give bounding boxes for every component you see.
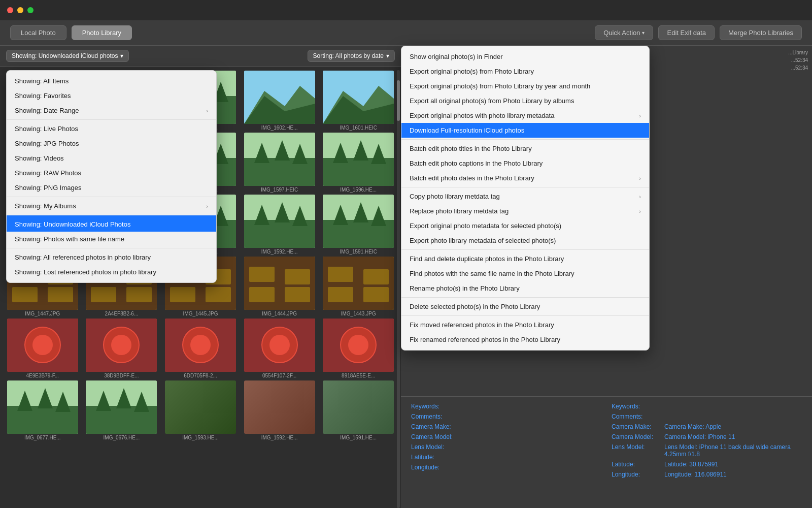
quick-action-item-label: Fix moved referenced photos in the Photo… xyxy=(410,321,554,329)
quick-action-item-label: Export original photo(s) from Photo Libr… xyxy=(410,82,590,90)
quick-action-item[interactable]: Delete selected photo(s) in the Photo Li… xyxy=(401,297,649,314)
meta-value: Camera Model: iPhone 11 xyxy=(664,433,735,440)
meta-left-column: Keywords:Comments:Camera Make:Camera Mod… xyxy=(411,403,601,502)
quick-action-item[interactable]: Rename photo(s) in the Photo Library xyxy=(401,281,649,296)
quick-action-item[interactable]: Export all original photo(s) from Photo … xyxy=(401,93,649,108)
quick-action-item[interactable]: Export original photo(s) from Photo Libr… xyxy=(401,79,649,93)
toolbar: Local Photo Photo Library Quick Action ▾… xyxy=(0,20,812,46)
photo-cell[interactable]: 0554F107-2F... xyxy=(241,319,318,378)
local-photo-tab[interactable]: Local Photo xyxy=(10,25,66,40)
dropdown-item[interactable]: Showing: Photos with same file name xyxy=(7,232,216,246)
photo-label: IMG_1592.HE... xyxy=(261,249,298,255)
meta-right-column: Keywords:Comments:Camera Make:Camera Mak… xyxy=(612,403,802,502)
quick-action-item[interactable]: Download Full-resolution iCloud photos xyxy=(401,123,649,138)
sorting-dropdown-trigger[interactable]: Sorting: All photos by date ▾ xyxy=(308,50,395,62)
merge-libraries-button[interactable]: Merge Photo Libraries xyxy=(720,25,802,40)
quick-action-item[interactable]: Batch edit photo titles in the Photo Lib… xyxy=(401,139,649,156)
photo-thumbnail xyxy=(323,257,394,310)
meta-label: Lens Model: xyxy=(411,443,462,451)
svg-rect-60 xyxy=(285,287,310,302)
chevron-right-icon: › xyxy=(639,113,641,119)
svg-rect-65 xyxy=(363,287,389,302)
photo-cell[interactable]: 6DD705F8-2... xyxy=(162,319,239,378)
meta-label: Longitude: xyxy=(411,464,462,471)
photo-label: 38D9BDFF-E... xyxy=(104,373,139,378)
dropdown-item[interactable]: Showing: My Albums› xyxy=(7,197,216,213)
quick-action-item[interactable]: Show original photo(s) in Finder xyxy=(401,49,649,64)
photo-cell[interactable]: IMG_1592.HE... xyxy=(241,195,318,255)
edit-exif-button[interactable]: Edit Exif data xyxy=(658,25,715,40)
dropdown-item[interactable]: Showing: Live Photos xyxy=(7,119,216,136)
quick-action-item[interactable]: Replace photo library metdata tag› xyxy=(401,204,649,218)
meta-label: Keywords: xyxy=(411,403,462,410)
photo-thumbnail xyxy=(165,380,236,434)
meta-label: Comments: xyxy=(411,413,462,420)
photo-label: IMG_1444.JPG xyxy=(262,311,297,316)
photo-cell[interactable]: IMG_1444.JPG xyxy=(241,257,318,316)
photo-cell[interactable]: IMG_0676.HE... xyxy=(83,380,160,440)
dropdown-item[interactable]: Showing: Favorites xyxy=(7,88,216,103)
photo-cell[interactable]: IMG_1592.HE... xyxy=(241,380,318,440)
meta-row: Latitude:Latitude: 30.875991 xyxy=(612,461,802,468)
dropdown-item[interactable]: Showing: All referenced photos in photo … xyxy=(7,248,216,265)
photo-cell[interactable]: IMG_1593.HE... xyxy=(162,380,239,440)
quick-action-item[interactable]: Find photos with the same file name in t… xyxy=(401,266,649,281)
photo-cell[interactable]: 4E9E3B79-F... xyxy=(4,319,81,378)
scrollbar-thumb[interactable] xyxy=(397,80,400,121)
photo-cell[interactable]: IMG_1596.HE... xyxy=(320,133,397,193)
photo-thumbnail xyxy=(244,133,315,186)
photo-label: IMG_1591.HE... xyxy=(340,435,377,440)
quick-action-item[interactable]: Fix moved referenced photos in the Photo… xyxy=(401,315,649,332)
quick-action-item[interactable]: Find and delete duplicate photos in the … xyxy=(401,249,649,266)
sorting-label: Sorting: All photos by date xyxy=(313,52,384,59)
photo-cell[interactable]: IMG_1597.HEIC xyxy=(241,133,318,193)
maximize-button[interactable] xyxy=(27,7,33,13)
dropdown-item[interactable]: Showing: Date Range› xyxy=(7,103,216,118)
quick-action-item[interactable]: Fix renamed referenced photos in the Pho… xyxy=(401,332,649,347)
quick-action-item[interactable]: Batch edit photo dates in the Photo Libr… xyxy=(401,171,649,185)
showing-dropdown-trigger[interactable]: Showing: Undownloaded iCloud photos ▾ xyxy=(6,50,129,62)
dropdown-item[interactable]: Showing: Lost referenced photos in photo… xyxy=(7,265,216,279)
quick-action-item-label: Batch edit photo captions in the Photo L… xyxy=(410,160,543,167)
quick-action-item[interactable]: Copy photo library metdata tag› xyxy=(401,187,649,204)
quick-action-button[interactable]: Quick Action ▾ xyxy=(595,25,653,40)
close-button[interactable] xyxy=(7,7,13,13)
quick-action-item-label: Export original photos with photo librar… xyxy=(410,112,554,119)
dropdown-item[interactable]: Showing: All Items xyxy=(7,74,216,88)
quick-action-item[interactable]: Export photo library metadata of selecte… xyxy=(401,233,649,248)
photo-cell[interactable]: 38D9BDFF-E... xyxy=(83,319,160,378)
photo-thumbnail xyxy=(244,380,315,434)
scrollbar-track xyxy=(397,70,400,508)
photo-cell[interactable]: IMG_1443.JPG xyxy=(320,257,397,316)
dropdown-item[interactable]: Showing: JPG Photos xyxy=(7,136,216,151)
quick-action-label: Quick Action xyxy=(603,29,640,37)
dropdown-item[interactable]: Showing: Undownloaded iCloud Photos xyxy=(7,215,216,232)
dropdown-item[interactable]: Showing: Videos xyxy=(7,151,216,166)
quick-action-item[interactable]: Export original photo metadata for selec… xyxy=(401,218,649,233)
meta-row: Comments: xyxy=(612,413,802,420)
quick-action-item[interactable]: Export original photo(s) from Photo Libr… xyxy=(401,64,649,79)
photo-cell[interactable]: IMG_1602.HE... xyxy=(241,71,318,131)
photo-cell[interactable]: 8918AE5E-E... xyxy=(320,319,397,378)
meta-label: Camera Make: xyxy=(411,423,462,430)
photo-cell[interactable]: IMG_1591.HEIC xyxy=(320,195,397,255)
quick-action-item-label: Replace photo library metdata tag xyxy=(410,207,509,215)
photo-library-tab[interactable]: Photo Library xyxy=(72,25,132,40)
photo-cell[interactable]: IMG_0677.HE... xyxy=(4,380,81,440)
svg-rect-44 xyxy=(12,287,38,302)
photo-label: 6DD705F8-2... xyxy=(184,373,217,378)
quick-action-item-label: Find photos with the same file name in t… xyxy=(410,270,574,277)
dropdown-item[interactable]: Showing: RAW Photos xyxy=(7,166,216,180)
quick-action-item[interactable]: Batch edit photo captions in the Photo L… xyxy=(401,156,649,171)
photo-label: IMG_0677.HE... xyxy=(24,435,61,440)
right-panel-photos: ...Library ...52:34 ...52:34 xyxy=(751,46,812,75)
quick-action-item-label: Delete selected photo(s) in the Photo Li… xyxy=(410,303,540,310)
photo-cell[interactable]: IMG_1601.HEIC xyxy=(320,71,397,131)
photo-cell[interactable]: IMG_1591.HE... xyxy=(320,380,397,440)
dropdown-item[interactable]: Showing: PNG Images xyxy=(7,180,216,195)
left-panel: Showing: Undownloaded iCloud photos ▾ So… xyxy=(0,46,401,508)
minimize-button[interactable] xyxy=(17,7,23,13)
photo-label: IMG_1443.JPG xyxy=(341,311,376,316)
photo-thumbnail xyxy=(7,380,78,434)
quick-action-item[interactable]: Export original photos with photo librar… xyxy=(401,108,649,123)
